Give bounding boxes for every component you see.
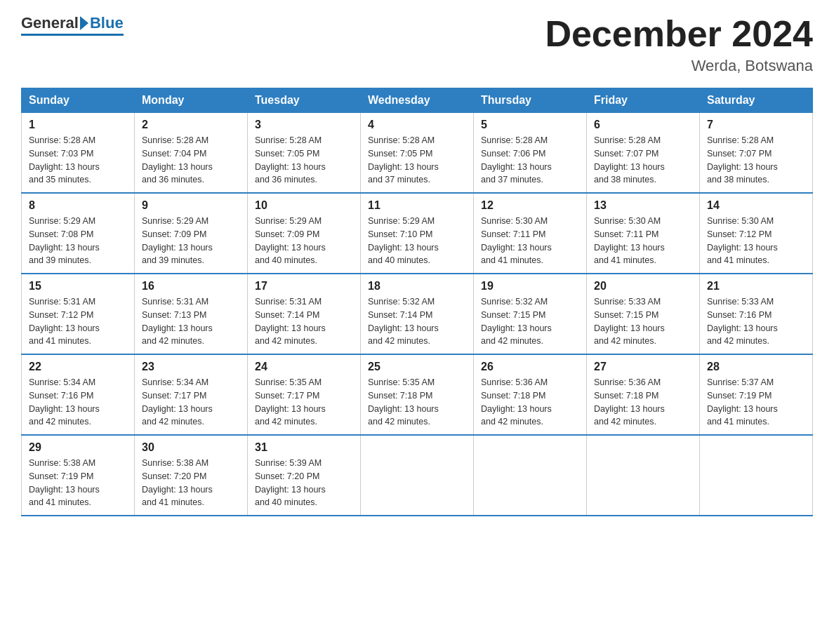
day-number: 12 <box>481 199 579 212</box>
month-title: December 2024 <box>545 14 813 54</box>
calendar-cell <box>700 435 813 516</box>
day-info: Sunrise: 5:28 AMSunset: 7:04 PMDaylight:… <box>142 134 240 187</box>
calendar-cell: 14Sunrise: 5:30 AMSunset: 7:12 PMDayligh… <box>700 193 813 274</box>
day-info: Sunrise: 5:34 AMSunset: 7:16 PMDaylight:… <box>29 376 127 429</box>
week-row-3: 15Sunrise: 5:31 AMSunset: 7:12 PMDayligh… <box>22 274 813 354</box>
calendar-cell: 2Sunrise: 5:28 AMSunset: 7:04 PMDaylight… <box>135 113 248 194</box>
day-number: 11 <box>368 199 466 212</box>
header-day-thursday: Thursday <box>474 88 587 113</box>
header-row: SundayMondayTuesdayWednesdayThursdayFrid… <box>22 88 813 113</box>
calendar-cell: 9Sunrise: 5:29 AMSunset: 7:09 PMDaylight… <box>135 193 248 274</box>
calendar-cell: 18Sunrise: 5:32 AMSunset: 7:14 PMDayligh… <box>361 274 474 354</box>
day-number: 22 <box>29 361 127 373</box>
day-info: Sunrise: 5:33 AMSunset: 7:15 PMDaylight:… <box>594 295 692 348</box>
day-number: 10 <box>255 199 353 212</box>
day-info: Sunrise: 5:29 AMSunset: 7:09 PMDaylight:… <box>255 215 353 267</box>
calendar-cell: 3Sunrise: 5:28 AMSunset: 7:05 PMDaylight… <box>248 113 361 194</box>
day-number: 30 <box>142 441 240 454</box>
day-number: 29 <box>29 441 127 454</box>
calendar-cell: 31Sunrise: 5:39 AMSunset: 7:20 PMDayligh… <box>248 435 361 516</box>
header-day-tuesday: Tuesday <box>248 88 361 113</box>
calendar-cell: 22Sunrise: 5:34 AMSunset: 7:16 PMDayligh… <box>22 354 135 435</box>
day-info: Sunrise: 5:31 AMSunset: 7:12 PMDaylight:… <box>29 295 127 348</box>
page-header: General Blue December 2024 Werda, Botswa… <box>21 14 813 75</box>
day-info: Sunrise: 5:37 AMSunset: 7:19 PMDaylight:… <box>707 376 805 429</box>
day-number: 20 <box>594 280 692 293</box>
day-number: 14 <box>707 199 805 212</box>
calendar-cell: 28Sunrise: 5:37 AMSunset: 7:19 PMDayligh… <box>700 354 813 435</box>
location: Werda, Botswana <box>545 57 813 75</box>
day-info: Sunrise: 5:31 AMSunset: 7:14 PMDaylight:… <box>255 295 353 348</box>
day-number: 15 <box>29 280 127 293</box>
calendar-cell: 26Sunrise: 5:36 AMSunset: 7:18 PMDayligh… <box>474 354 587 435</box>
calendar-cell: 6Sunrise: 5:28 AMSunset: 7:07 PMDaylight… <box>587 113 700 194</box>
day-info: Sunrise: 5:36 AMSunset: 7:18 PMDaylight:… <box>594 376 692 429</box>
day-info: Sunrise: 5:29 AMSunset: 7:09 PMDaylight:… <box>142 215 240 267</box>
calendar-cell: 27Sunrise: 5:36 AMSunset: 7:18 PMDayligh… <box>587 354 700 435</box>
logo-underline <box>21 34 124 36</box>
calendar-cell: 20Sunrise: 5:33 AMSunset: 7:15 PMDayligh… <box>587 274 700 354</box>
day-info: Sunrise: 5:29 AMSunset: 7:08 PMDaylight:… <box>29 215 127 267</box>
calendar-table: SundayMondayTuesdayWednesdayThursdayFrid… <box>21 88 813 516</box>
day-info: Sunrise: 5:28 AMSunset: 7:06 PMDaylight:… <box>481 134 579 187</box>
day-info: Sunrise: 5:28 AMSunset: 7:05 PMDaylight:… <box>255 134 353 187</box>
day-info: Sunrise: 5:30 AMSunset: 7:11 PMDaylight:… <box>481 215 579 267</box>
day-info: Sunrise: 5:36 AMSunset: 7:18 PMDaylight:… <box>481 376 579 429</box>
day-info: Sunrise: 5:32 AMSunset: 7:15 PMDaylight:… <box>481 295 579 348</box>
day-info: Sunrise: 5:28 AMSunset: 7:07 PMDaylight:… <box>707 134 805 187</box>
header-day-monday: Monday <box>135 88 248 113</box>
logo-arrow-icon <box>80 16 88 30</box>
day-number: 19 <box>481 280 579 293</box>
day-number: 25 <box>368 361 466 373</box>
calendar-cell: 1Sunrise: 5:28 AMSunset: 7:03 PMDaylight… <box>22 113 135 194</box>
day-number: 26 <box>481 361 579 373</box>
day-info: Sunrise: 5:31 AMSunset: 7:13 PMDaylight:… <box>142 295 240 348</box>
week-row-4: 22Sunrise: 5:34 AMSunset: 7:16 PMDayligh… <box>22 354 813 435</box>
week-row-5: 29Sunrise: 5:38 AMSunset: 7:19 PMDayligh… <box>22 435 813 516</box>
day-info: Sunrise: 5:30 AMSunset: 7:11 PMDaylight:… <box>594 215 692 267</box>
day-number: 1 <box>29 119 127 131</box>
calendar-cell: 15Sunrise: 5:31 AMSunset: 7:12 PMDayligh… <box>22 274 135 354</box>
header-day-wednesday: Wednesday <box>361 88 474 113</box>
day-info: Sunrise: 5:32 AMSunset: 7:14 PMDaylight:… <box>368 295 466 348</box>
day-info: Sunrise: 5:38 AMSunset: 7:19 PMDaylight:… <box>29 457 127 509</box>
calendar-cell: 25Sunrise: 5:35 AMSunset: 7:18 PMDayligh… <box>361 354 474 435</box>
day-info: Sunrise: 5:35 AMSunset: 7:18 PMDaylight:… <box>368 376 466 429</box>
calendar-cell: 23Sunrise: 5:34 AMSunset: 7:17 PMDayligh… <box>135 354 248 435</box>
calendar-cell: 10Sunrise: 5:29 AMSunset: 7:09 PMDayligh… <box>248 193 361 274</box>
day-number: 6 <box>594 119 692 131</box>
calendar-body: 1Sunrise: 5:28 AMSunset: 7:03 PMDaylight… <box>22 113 813 516</box>
day-number: 28 <box>707 361 805 373</box>
day-info: Sunrise: 5:39 AMSunset: 7:20 PMDaylight:… <box>255 457 353 509</box>
calendar-cell <box>474 435 587 516</box>
day-number: 2 <box>142 119 240 131</box>
calendar-cell: 13Sunrise: 5:30 AMSunset: 7:11 PMDayligh… <box>587 193 700 274</box>
calendar-cell <box>587 435 700 516</box>
day-number: 27 <box>594 361 692 373</box>
calendar-cell: 5Sunrise: 5:28 AMSunset: 7:06 PMDaylight… <box>474 113 587 194</box>
day-number: 31 <box>255 441 353 454</box>
day-number: 18 <box>368 280 466 293</box>
logo: General Blue <box>21 14 124 36</box>
day-info: Sunrise: 5:34 AMSunset: 7:17 PMDaylight:… <box>142 376 240 429</box>
day-number: 16 <box>142 280 240 293</box>
logo-general-text: General <box>21 14 79 32</box>
day-number: 3 <box>255 119 353 131</box>
day-info: Sunrise: 5:38 AMSunset: 7:20 PMDaylight:… <box>142 457 240 509</box>
day-number: 4 <box>368 119 466 131</box>
day-info: Sunrise: 5:35 AMSunset: 7:17 PMDaylight:… <box>255 376 353 429</box>
calendar-header: SundayMondayTuesdayWednesdayThursdayFrid… <box>22 88 813 113</box>
week-row-1: 1Sunrise: 5:28 AMSunset: 7:03 PMDaylight… <box>22 113 813 194</box>
calendar-cell: 21Sunrise: 5:33 AMSunset: 7:16 PMDayligh… <box>700 274 813 354</box>
calendar-cell: 4Sunrise: 5:28 AMSunset: 7:05 PMDaylight… <box>361 113 474 194</box>
calendar-cell: 29Sunrise: 5:38 AMSunset: 7:19 PMDayligh… <box>22 435 135 516</box>
calendar-cell: 12Sunrise: 5:30 AMSunset: 7:11 PMDayligh… <box>474 193 587 274</box>
day-number: 7 <box>707 119 805 131</box>
day-info: Sunrise: 5:28 AMSunset: 7:03 PMDaylight:… <box>29 134 127 187</box>
calendar-cell: 30Sunrise: 5:38 AMSunset: 7:20 PMDayligh… <box>135 435 248 516</box>
day-number: 17 <box>255 280 353 293</box>
day-number: 24 <box>255 361 353 373</box>
day-info: Sunrise: 5:30 AMSunset: 7:12 PMDaylight:… <box>707 215 805 267</box>
title-area: December 2024 Werda, Botswana <box>545 14 813 75</box>
calendar-cell: 7Sunrise: 5:28 AMSunset: 7:07 PMDaylight… <box>700 113 813 194</box>
